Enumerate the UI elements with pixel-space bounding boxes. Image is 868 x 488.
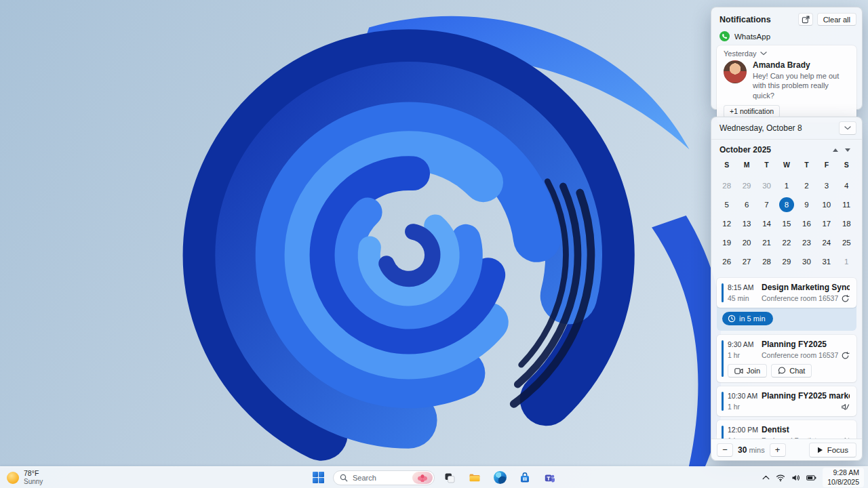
calendar-day[interactable]: 2 [797, 176, 816, 195]
day-of-week-header: M [736, 157, 756, 172]
day-of-week-header: W [776, 157, 796, 172]
event-title: Planning FY2025 [762, 340, 827, 349]
wallpaper-bloom [80, 12, 721, 468]
calendar-grid: S M T W T F S [711, 156, 862, 175]
calendar-day[interactable]: 31 [816, 252, 836, 271]
event-card[interactable]: 9:30 AM Planning FY2025 1 hr Conference … [717, 335, 856, 382]
calendar-day[interactable]: 18 [837, 214, 856, 233]
event-time: 12:00 PM [728, 426, 762, 434]
chat-button[interactable]: Chat [771, 364, 812, 378]
event-title: Design Marketing Sync [762, 283, 850, 292]
search-placeholder: Search [353, 474, 408, 482]
calendar-day[interactable]: 28 [717, 176, 736, 195]
calendar-day[interactable]: 22 [776, 233, 796, 252]
focus-decrease-button[interactable]: − [717, 443, 733, 457]
microsoft-store-button[interactable] [515, 469, 535, 487]
calendar-day[interactable]: 25 [837, 233, 856, 252]
calendar-day[interactable]: 3 [816, 176, 836, 195]
notification-settings-button[interactable] [798, 13, 813, 26]
triangle-up-icon [833, 148, 838, 152]
calendar-day[interactable]: 24 [816, 233, 836, 252]
countdown-label: in 5 min [739, 314, 766, 323]
event-location: Conference room 16537/AV [762, 294, 838, 302]
calendar-day[interactable]: 7 [757, 195, 776, 214]
event-card[interactable]: 8:15 AM Design Marketing Sync 45 min Con… [717, 278, 856, 308]
calendar-day[interactable]: 15 [776, 214, 796, 233]
calendar-day[interactable]: 19 [717, 233, 736, 252]
calendar-day[interactable]: 27 [736, 252, 756, 271]
search-box[interactable]: Search [333, 470, 435, 485]
video-camera-icon [734, 367, 743, 375]
join-button[interactable]: Join [728, 364, 767, 378]
calendar-day[interactable]: 30 [757, 176, 776, 195]
clock-icon [728, 314, 736, 323]
teams-icon [544, 472, 556, 484]
calendar-prev-month-button[interactable] [829, 145, 842, 155]
calendar-panel: Wednesday, October 8 October 2025 S M T … [711, 117, 863, 461]
chevron-down-icon [844, 126, 851, 130]
weather-temp: 78°F [24, 469, 43, 478]
calendar-day[interactable]: 16 [797, 214, 816, 233]
recurring-icon [841, 294, 850, 303]
notification-message: Hey! Can you help me out with this probl… [753, 71, 842, 100]
tray-overflow-button[interactable] [762, 475, 770, 480]
calendar-days: 2829301234567891011121314151617181920212… [711, 175, 862, 274]
notification-card[interactable]: Yesterday Amanda Brady Hey! Can you help… [717, 45, 856, 123]
calendar-collapse-button[interactable] [839, 121, 856, 135]
calendar-day[interactable]: 17 [816, 214, 836, 233]
notification-group-row[interactable]: Yesterday [724, 49, 850, 58]
battery-button[interactable] [806, 474, 816, 482]
calendar-day[interactable]: 8 [776, 195, 796, 214]
calendar-day[interactable]: 6 [736, 195, 756, 214]
calendar-day[interactable]: 21 [757, 233, 776, 252]
calendar-day[interactable]: 5 [717, 195, 736, 214]
day-of-week-header: S [837, 157, 856, 172]
calendar-day[interactable]: 1 [837, 252, 856, 271]
calendar-day[interactable]: 9 [797, 195, 816, 214]
network-button[interactable] [776, 473, 785, 482]
whatsapp-icon [719, 31, 730, 41]
calendar-month-header: October 2025 [711, 140, 862, 156]
calendar-day[interactable]: 20 [736, 233, 756, 252]
weather-widget[interactable]: 78°F Sunny [7, 469, 43, 486]
weather-condition: Sunny [24, 478, 43, 486]
notifications-header: Notifications Clear all [711, 7, 862, 29]
notification-group-label: Yesterday [724, 49, 757, 58]
calendar-day[interactable]: 29 [776, 252, 796, 271]
event-duration: 1 hr [728, 351, 762, 359]
event-card[interactable]: 10:30 AM Planning FY2025 marketing 1 hr [717, 386, 856, 416]
file-explorer-button[interactable] [465, 469, 485, 487]
start-button[interactable] [308, 469, 328, 487]
calendar-day[interactable]: 23 [797, 233, 816, 252]
calendar-day[interactable]: 10 [816, 195, 836, 214]
calendar-day[interactable]: 11 [837, 195, 856, 214]
chevron-up-icon [762, 475, 770, 480]
system-tray: 9:28 AM 10/8/2025 [762, 468, 864, 487]
clock-widget[interactable]: 9:28 AM 10/8/2025 [823, 468, 864, 487]
search-icon [340, 474, 348, 482]
wifi-icon [776, 473, 785, 482]
calendar-day[interactable]: 12 [717, 214, 736, 233]
calendar-day[interactable]: 4 [837, 176, 856, 195]
teams-button[interactable] [540, 469, 560, 487]
file-explorer-icon [469, 472, 481, 484]
calendar-day[interactable]: 30 [797, 252, 816, 271]
task-view-button[interactable] [439, 469, 460, 487]
triangle-down-icon [845, 148, 850, 152]
volume-button[interactable] [791, 474, 800, 482]
notification-app-group[interactable]: WhatsApp [711, 29, 862, 45]
focus-button[interactable]: Focus [809, 443, 856, 458]
calendar-day[interactable]: 28 [757, 252, 776, 271]
calendar-day[interactable]: 14 [757, 214, 776, 233]
calendar-day[interactable]: 29 [736, 176, 756, 195]
calendar-day[interactable]: 13 [736, 214, 756, 233]
calendar-month-label: October 2025 [719, 145, 829, 155]
clear-all-button[interactable]: Clear all [817, 13, 856, 26]
sunny-weather-icon [7, 472, 19, 484]
focus-increase-button[interactable]: + [770, 443, 786, 457]
calendar-next-month-button[interactable] [842, 145, 854, 155]
calendar-day[interactable]: 1 [776, 176, 796, 195]
event-time: 9:30 AM [728, 340, 762, 348]
edge-button[interactable] [490, 469, 510, 487]
calendar-day[interactable]: 26 [717, 252, 736, 271]
